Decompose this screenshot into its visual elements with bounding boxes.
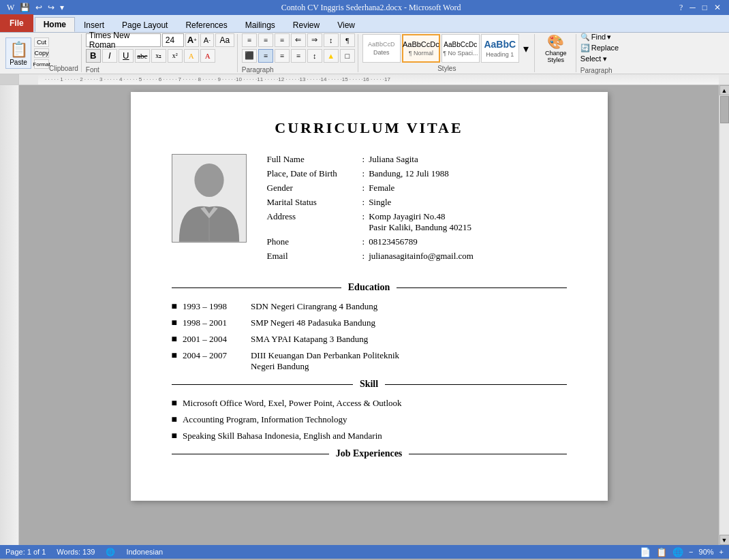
zoom-level: 90% [699,548,714,556]
style-heading1-preview: AaBbC [484,39,516,50]
status-right: 📄 📋 🌐 − 90% + [640,547,724,557]
increase-indent-btn[interactable]: ⇒ [307,33,322,47]
silhouette-svg [172,155,246,242]
phone-value: 08123456789 [369,236,566,247]
paste-label: Paste [10,59,27,66]
shading-btn[interactable]: ▲ [324,49,339,63]
tab-review[interactable]: Review [284,17,328,32]
address-label: Address [267,211,362,233]
copy-button[interactable]: Copy [34,48,49,58]
tab-view[interactable]: View [328,17,364,32]
superscript-button[interactable]: x² [168,49,183,63]
align-center-btn[interactable]: ≡ [258,49,273,63]
font-size-box[interactable]: 24 [162,33,184,47]
clipboard-section: 📋 Paste Cut Copy Format Clipboard [3,34,82,72]
styles-more-btn[interactable]: ▾ [521,34,531,63]
style-heading1-box[interactable]: AaBbC Heading 1 [481,34,519,63]
style-nospace-box[interactable]: AaBbCcDc ¶ No Spaci... [441,34,480,63]
justify-btn[interactable]: ≡ [291,49,306,63]
zoom-in-btn[interactable]: + [719,548,724,556]
scroll-thumb[interactable] [720,96,729,123]
title-bar: W 💾 ↩ ↪ ▾ Contoh CV Inggris Sederhana2.d… [0,0,729,15]
help-btn[interactable]: ? [677,3,685,13]
scroll-up-btn[interactable]: ▲ [719,85,730,95]
view-icon-print[interactable]: 📄 [640,547,651,557]
font-section: Times New Roman 24 A+ A- Aa B I U abc x₂… [83,34,238,72]
document-page: CURRICULUM VITAE [131,92,608,501]
doc-scroll-area: CURRICULUM VITAE [0,85,729,545]
info-marital-row: Marital Status : Single [267,197,567,208]
quick-dropdown-btn[interactable]: ▾ [59,3,65,13]
paste-button[interactable]: 📋 Paste [5,37,31,69]
save-quick-btn[interactable]: 💾 [18,3,31,13]
edu-item-3: ■ 2001 – 2004 SMA YPAI Katapang 3 Bandun… [172,334,567,345]
subscript-button[interactable]: x₂ [151,49,166,63]
close-btn[interactable]: ✕ [711,3,724,13]
find-button[interactable]: 🔍 Find ▾ [580,33,619,42]
font-shrink-btn[interactable]: A- [200,33,214,47]
change-styles-button[interactable]: 🎨 Change Styles [539,34,573,63]
clipboard-label: Clipboard [49,62,78,72]
view-icon-web[interactable]: 🌐 [672,547,683,557]
view-icon-full[interactable]: 📋 [656,547,667,557]
replace-icon: 🔄 [580,44,590,52]
scroll-track[interactable] [720,96,729,534]
skill-title: Skill [353,379,385,390]
line-spacing-btn[interactable]: ↕ [307,49,322,63]
style-dates-box[interactable]: AaBbCcD Dates [362,34,401,63]
redo-quick-btn[interactable]: ↪ [46,3,56,13]
text-highlight-btn[interactable]: A [184,49,199,63]
education-list: ■ 1993 – 1998 SDN Negeri Cirangrang 4 Ba… [172,301,567,372]
change-styles-section: 🎨 Change Styles [536,34,576,72]
job-line-left [172,454,329,454]
ruler-area: · · · · · 1 · · · · · 2 · · · · · 3 · · … [0,74,729,85]
underline-button[interactable]: U [119,49,134,63]
style-normal-box[interactable]: AaBbCcDc ¶ Normal [402,34,440,63]
bullets-btn[interactable]: ≡ [242,33,257,47]
replace-button[interactable]: 🔄 Replace [580,44,619,52]
scroll-down-btn[interactable]: ▼ [719,535,730,545]
decrease-indent-btn[interactable]: ⇐ [291,33,306,47]
tab-file[interactable]: File [0,14,33,32]
font-grow-btn[interactable]: A+ [185,33,199,47]
vertical-scrollbar[interactable]: ▲ ▼ [719,85,729,545]
edu-item-2: ■ 1998 – 2001 SMP Negeri 48 Padasuka Ban… [172,317,567,328]
edu-year-4: 2004 – 2007 [183,350,251,372]
document-area: · · · · · 1 · · · · · 2 · · · · · 3 · · … [0,74,729,545]
paragraph-label: Paragraph [242,65,355,74]
fullname-value: Juliana Sagita [369,154,566,165]
maximize-btn[interactable]: □ [700,3,710,13]
italic-button[interactable]: I [102,49,117,63]
clear-format-btn[interactable]: Aa [215,33,234,47]
undo-quick-btn[interactable]: ↩ [34,3,44,13]
info-fullname-row: Full Name : Juliana Sagita [267,154,567,165]
sort-btn[interactable]: ↕ [324,33,339,47]
borders-btn[interactable]: □ [340,49,355,63]
show-hide-btn[interactable]: ¶ [340,33,355,47]
font-name-box[interactable]: Times New Roman [86,33,161,47]
font-color-btn[interactable]: A [200,49,215,63]
style-nospace-label: ¶ No Spaci... [443,50,478,57]
find-dropdown[interactable]: ▾ [607,33,611,42]
skill-bullet-2: ■ [172,414,177,425]
format-painter-button[interactable]: Format [34,59,49,69]
skill-list: ■ Microsoft Office Word, Exel, Power Poi… [172,398,567,441]
strikethrough-button[interactable]: abc [135,49,150,63]
tab-mailings[interactable]: Mailings [236,17,284,32]
zoom-out-btn[interactable]: − [689,548,693,556]
tab-home[interactable]: Home [35,17,75,32]
align-left-btn[interactable]: ⬛ [242,49,257,63]
cut-button[interactable]: Cut [34,37,49,47]
style-heading1-label: Heading 1 [486,51,514,58]
select-button[interactable]: Select ▾ [580,55,619,63]
tab-references[interactable]: References [176,17,236,32]
edu-year-3: 2001 – 2004 [183,334,251,345]
align-right-btn[interactable]: ≡ [275,49,290,63]
bold-button[interactable]: B [86,49,101,63]
edu-school-1: SDN Negeri Cirangrang 4 Bandung [251,301,567,312]
numbering-btn[interactable]: ≡ [258,33,273,47]
multilevel-btn[interactable]: ≡ [275,33,290,47]
change-styles-label: Change Styles [539,50,573,63]
minimize-btn[interactable]: ─ [687,3,698,13]
page-wrapper[interactable]: CURRICULUM VITAE [19,85,719,545]
